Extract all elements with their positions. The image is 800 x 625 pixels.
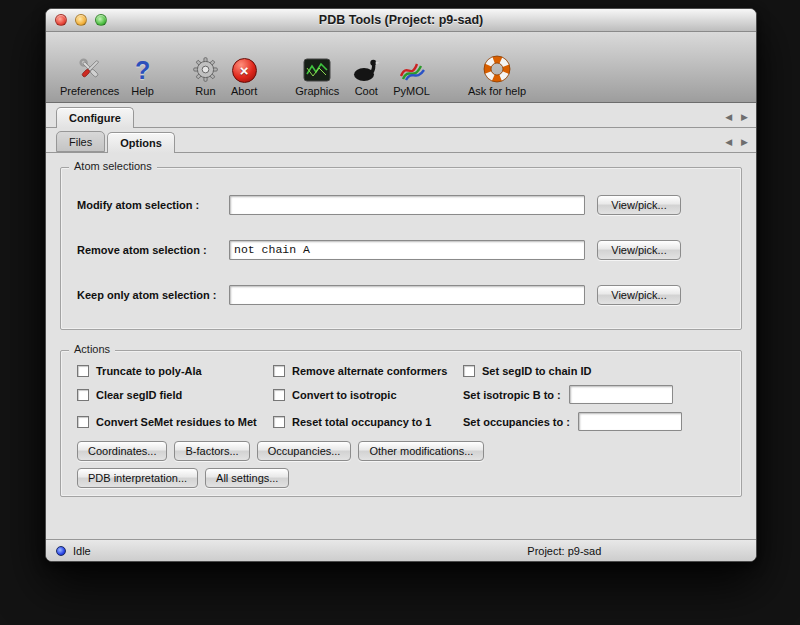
app-window: PDB Tools (Project: p9-sad) <box>45 8 757 562</box>
window-title: PDB Tools (Project: p9-sad) <box>319 13 483 27</box>
tab-files[interactable]: Files <box>56 131 105 152</box>
other-modifications-button[interactable]: Other modifications... <box>358 441 484 461</box>
graphics-molecule-icon <box>303 51 331 83</box>
view-pick-modify-button[interactable]: View/pick... <box>597 195 681 215</box>
tab-scroll-right-icon[interactable]: ▶ <box>741 137 748 147</box>
checkbox-set-segid-to-chain-id[interactable]: Set segID to chain ID <box>463 365 731 377</box>
toolbar-button-ask-for-help[interactable]: Ask for help <box>462 41 532 97</box>
checkbox-remove-alternate-conformers[interactable]: Remove alternate conformers <box>273 365 463 377</box>
checkbox-label: Convert SeMet residues to Met <box>96 416 257 428</box>
checkbox-truncate-poly-ala[interactable]: Truncate to poly-Ala <box>77 365 273 377</box>
tab-configure[interactable]: Configure <box>56 107 134 128</box>
modify-atom-selection-label: Modify atom selection : <box>77 199 229 211</box>
pymol-ribbon-icon <box>398 51 426 83</box>
toolbar-label-abort: Abort <box>231 85 257 97</box>
abort-x-icon: × <box>232 51 257 83</box>
all-settings-button[interactable]: All settings... <box>205 468 289 488</box>
set-occupancies-input[interactable] <box>578 412 682 431</box>
actions-button-row-2: PDB interpretation... All settings... <box>77 468 731 488</box>
checkbox-box[interactable] <box>77 389 89 401</box>
set-isotropic-b-label: Set isotropic B to : <box>463 389 561 401</box>
actions-group: Actions Truncate to poly-Ala Remove alte… <box>60 350 742 497</box>
set-occupancies-label: Set occupancies to : <box>463 416 570 428</box>
toolbar-label-help: Help <box>131 85 154 97</box>
tab-scroll-right-icon[interactable]: ▶ <box>741 112 748 122</box>
tab-options[interactable]: Options <box>107 132 175 153</box>
checkbox-reset-total-occupancy[interactable]: Reset total occupancy to 1 <box>273 416 463 428</box>
tools-icon <box>76 51 104 83</box>
checkbox-box[interactable] <box>273 389 285 401</box>
options-panel: Atom selections Modify atom selection : … <box>46 153 756 539</box>
set-isotropic-b-input[interactable] <box>569 385 673 404</box>
help-question-icon: ? <box>135 51 150 83</box>
configure-page: Files Options ◀ ▶ Atom selections Modify… <box>46 128 756 539</box>
window-controls <box>55 14 107 26</box>
toolbar-label-ask-for-help: Ask for help <box>468 85 526 97</box>
coordinates-button[interactable]: Coordinates... <box>77 441 167 461</box>
zoom-button[interactable] <box>95 14 107 26</box>
lifebuoy-icon <box>483 51 511 83</box>
checkbox-box[interactable] <box>463 365 475 377</box>
modify-atom-selection-row: Modify atom selection : View/pick... <box>77 182 731 227</box>
tab-scroll-left-icon[interactable]: ◀ <box>725 112 732 122</box>
toolbar-button-preferences[interactable]: Preferences <box>54 41 125 97</box>
checkbox-label: Convert to isotropic <box>292 389 397 401</box>
group-title-actions: Actions <box>69 343 115 355</box>
status-bar: Idle Project: p9-sad <box>46 539 756 561</box>
remove-atom-selection-label: Remove atom selection : <box>77 244 229 256</box>
checkbox-label: Clear segID field <box>96 389 182 401</box>
toolbar-button-graphics[interactable]: Graphics <box>289 41 345 97</box>
toolbar-button-help[interactable]: ? Help <box>125 41 160 97</box>
tab-scroll-left-icon[interactable]: ◀ <box>725 137 732 147</box>
checkbox-clear-segid-field[interactable]: Clear segID field <box>77 389 273 401</box>
occupancies-button[interactable]: Occupancies... <box>257 441 352 461</box>
close-button[interactable] <box>55 14 67 26</box>
title-bar: PDB Tools (Project: p9-sad) <box>46 9 756 32</box>
coot-bird-icon <box>351 51 381 83</box>
tab-scroll-arrows: ◀ ▶ <box>725 137 748 147</box>
toolbar: Preferences ? Help <box>46 32 756 103</box>
configure-tab-bar: Configure ◀ ▶ <box>46 103 756 128</box>
checkbox-box[interactable] <box>273 416 285 428</box>
b-factors-button[interactable]: B-factors... <box>174 441 249 461</box>
checkbox-box[interactable] <box>273 365 285 377</box>
toolbar-label-pymol: PyMOL <box>393 85 430 97</box>
keep-only-atom-selection-label: Keep only atom selection : <box>77 289 229 301</box>
modify-atom-selection-input[interactable] <box>229 195 585 215</box>
view-pick-remove-button[interactable]: View/pick... <box>597 240 681 260</box>
checkbox-label: Reset total occupancy to 1 <box>292 416 431 428</box>
toolbar-label-run: Run <box>195 85 215 97</box>
keep-only-atom-selection-row: Keep only atom selection : View/pick... <box>77 272 731 317</box>
pdb-interpretation-button[interactable]: PDB interpretation... <box>77 468 198 488</box>
toolbar-label-graphics: Graphics <box>295 85 339 97</box>
actions-button-row-1: Coordinates... B-factors... Occupancies.… <box>77 441 731 461</box>
toolbar-button-abort[interactable]: × Abort <box>225 41 263 97</box>
remove-atom-selection-input[interactable] <box>229 240 585 260</box>
gear-icon <box>192 51 219 83</box>
checkbox-label: Set segID to chain ID <box>482 365 591 377</box>
checkbox-label: Remove alternate conformers <box>292 365 447 377</box>
atom-selections-group: Atom selections Modify atom selection : … <box>60 167 742 330</box>
actions-grid: Truncate to poly-Ala Remove alternate co… <box>77 365 731 431</box>
tab-scroll-arrows: ◀ ▶ <box>725 112 748 122</box>
checkbox-convert-to-isotropic[interactable]: Convert to isotropic <box>273 389 463 401</box>
minimize-button[interactable] <box>75 14 87 26</box>
checkbox-box[interactable] <box>77 365 89 377</box>
checkbox-box[interactable] <box>77 416 89 428</box>
toolbar-button-coot[interactable]: Coot <box>345 41 387 97</box>
toolbar-button-run[interactable]: Run <box>186 41 225 97</box>
status-led-icon <box>56 546 66 556</box>
set-occupancies-field: Set occupancies to : <box>463 412 731 431</box>
desktop-background: PDB Tools (Project: p9-sad) <box>0 0 800 625</box>
toolbar-label-preferences: Preferences <box>60 85 119 97</box>
remove-atom-selection-row: Remove atom selection : View/pick... <box>77 227 731 272</box>
checkbox-convert-semet-to-met[interactable]: Convert SeMet residues to Met <box>77 416 273 428</box>
toolbar-button-pymol[interactable]: PyMOL <box>387 41 436 97</box>
status-text: Idle <box>73 545 91 557</box>
keep-only-atom-selection-input[interactable] <box>229 285 585 305</box>
set-isotropic-b-field: Set isotropic B to : <box>463 385 731 404</box>
checkbox-label: Truncate to poly-Ala <box>96 365 202 377</box>
project-label: Project: p9-sad <box>527 545 601 557</box>
view-pick-keep-button[interactable]: View/pick... <box>597 285 681 305</box>
group-title-atom-selections: Atom selections <box>69 160 157 172</box>
